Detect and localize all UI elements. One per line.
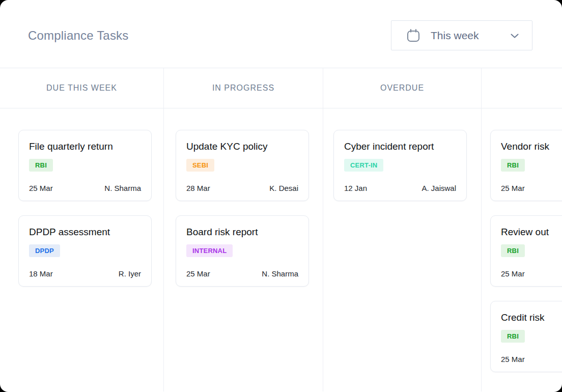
task-title: Vendor risk: [501, 141, 562, 152]
due-date: 12 Jan: [344, 184, 367, 192]
task-card[interactable]: Review out RBI 25 Mar: [490, 215, 562, 287]
regulator-badge: RBI: [29, 159, 53, 172]
due-date: 25 Mar: [29, 184, 53, 192]
task-title: Credit risk: [501, 312, 562, 323]
assignee: R. Iyer: [119, 269, 141, 278]
regulator-badge: INTERNAL: [186, 244, 233, 257]
card-footer: 25 Mar: [501, 355, 562, 363]
regulator-badge: SEBI: [186, 159, 214, 172]
week-filter-label: This week: [431, 30, 479, 42]
column-header-row: DUE THIS WEEK IN PROGRESS OVERDUE: [0, 68, 562, 108]
chevron-down-icon: [509, 30, 521, 42]
task-title: Review out: [501, 227, 562, 238]
card-footer: 25 Mar: [501, 269, 562, 278]
card-footer: 12 Jan A. Jaiswal: [344, 184, 456, 192]
regulator-badge: DPDP: [29, 244, 60, 257]
task-card[interactable]: DPDP assessment DPDP 18 Mar R. Iyer: [18, 215, 152, 287]
assignee: N. Sharma: [104, 184, 141, 192]
column-fourth: Vendor risk RBI 25 Mar Review out RBI 25…: [482, 108, 562, 391]
card-footer: 25 Mar N. Sharma: [29, 184, 141, 192]
calendar-icon: [406, 28, 421, 43]
task-title: Board risk report: [186, 227, 298, 238]
compliance-tasks-window: Compliance Tasks This week DUE THIS WEEK…: [0, 0, 562, 392]
due-date: 25 Mar: [501, 269, 525, 278]
app-header: Compliance Tasks This week: [0, 0, 562, 68]
card-footer: 25 Mar N. Sharma: [186, 269, 298, 278]
task-title: Update KYC policy: [186, 141, 298, 152]
column-header-overdue: OVERDUE: [323, 68, 482, 108]
task-card[interactable]: Cyber incident report CERT-IN 12 Jan A. …: [333, 130, 467, 201]
task-card[interactable]: Vendor risk RBI 25 Mar: [490, 130, 562, 201]
assignee: N. Sharma: [262, 269, 298, 278]
kanban-board: File quarterly return RBI 25 Mar N. Shar…: [0, 108, 562, 391]
task-card[interactable]: Board risk report INTERNAL 25 Mar N. Sha…: [176, 215, 309, 287]
column-header-in-progress: IN PROGRESS: [164, 68, 323, 108]
card-footer: 25 Mar: [501, 184, 562, 192]
task-title: Cyber incident report: [344, 141, 456, 152]
column-overdue: Cyber incident report CERT-IN 12 Jan A. …: [323, 108, 482, 391]
due-date: 25 Mar: [186, 269, 210, 278]
due-date: 18 Mar: [29, 269, 53, 278]
page-title: Compliance Tasks: [28, 29, 129, 43]
regulator-badge: RBI: [501, 244, 525, 257]
assignee: A. Jaiswal: [422, 184, 456, 192]
task-card[interactable]: Update KYC policy SEBI 28 Mar K. Desai: [176, 130, 309, 201]
regulator-badge: RBI: [501, 159, 525, 172]
assignee: K. Desai: [269, 184, 298, 192]
column-header-due-this-week: DUE THIS WEEK: [0, 68, 164, 108]
card-footer: 18 Mar R. Iyer: [29, 269, 141, 278]
card-footer: 28 Mar K. Desai: [186, 184, 298, 192]
due-date: 25 Mar: [501, 355, 525, 363]
due-date: 28 Mar: [186, 184, 210, 192]
regulator-badge: CERT-IN: [344, 159, 383, 172]
week-filter-button[interactable]: This week: [391, 20, 532, 50]
task-card[interactable]: File quarterly return RBI 25 Mar N. Shar…: [18, 130, 152, 201]
regulator-badge: RBI: [501, 330, 525, 343]
task-title: DPDP assessment: [29, 227, 141, 238]
column-header-fourth: [482, 68, 562, 108]
due-date: 25 Mar: [501, 184, 525, 192]
task-title: File quarterly return: [29, 141, 141, 152]
column-due-this-week: File quarterly return RBI 25 Mar N. Shar…: [0, 108, 164, 391]
task-card[interactable]: Credit risk RBI 25 Mar: [490, 301, 562, 372]
column-in-progress: Update KYC policy SEBI 28 Mar K. Desai B…: [164, 108, 323, 391]
